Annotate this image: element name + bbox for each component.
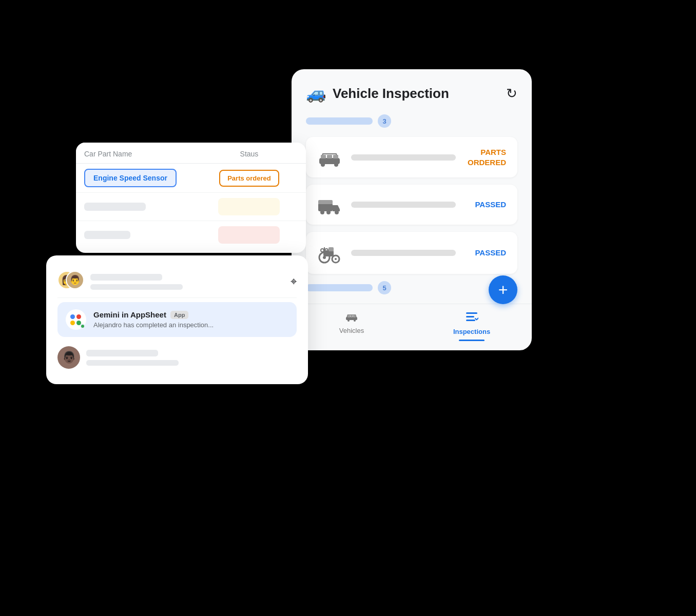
svg-point-14 — [335, 258, 337, 260]
pin-icon: ⌖ — [291, 275, 297, 288]
vi-item-bar-tractor — [351, 250, 456, 256]
vi-progress-bar-top — [306, 117, 373, 125]
notif-line-2a — [90, 284, 183, 290]
svg-point-21 — [354, 320, 356, 322]
svg-rect-26 — [466, 316, 474, 317]
inspections-nav-active-bar — [459, 340, 485, 341]
avatar-2: 👨 — [66, 271, 84, 289]
truck-vehicle-icon — [317, 195, 342, 214]
svg-rect-16 — [328, 247, 334, 251]
svg-rect-5 — [327, 155, 332, 158]
table-row[interactable] — [76, 193, 306, 221]
status-placeholder-pink — [218, 226, 280, 244]
svg-point-7 — [320, 210, 324, 214]
car-parts-table-card: Car Part Name Staus Engine Speed Sensor … — [76, 143, 306, 253]
vi-header-left: 🚙 Vehicle Inspection — [306, 84, 449, 103]
vi-inspection-item-tractor[interactable]: PASSED — [306, 232, 517, 274]
notif-line-2b — [86, 360, 179, 366]
refresh-icon[interactable]: ↻ — [506, 86, 517, 102]
table-cell-name-3 — [84, 231, 201, 239]
notif-line-1b — [86, 350, 158, 356]
notification-card: 👩 👨 ⌖ Gemini in AppSheet App Alejandro h… — [46, 255, 308, 384]
vehicles-nav-label: Vehicles — [339, 327, 364, 334]
vi-item-status-car: PARTSORDERED — [465, 147, 506, 167]
table-header-row: Car Part Name Staus — [76, 143, 306, 164]
vi-header: 🚙 Vehicle Inspection ↻ — [306, 84, 517, 103]
fab-add-button[interactable]: + — [489, 275, 517, 304]
vi-item-status-tractor: PASSED — [465, 248, 506, 258]
svg-rect-4 — [333, 155, 338, 158]
nav-vehicles[interactable]: Vehicles — [292, 311, 412, 341]
vi-progress-row-top: 3 — [306, 114, 517, 128]
inspections-nav-icon — [465, 311, 478, 326]
vi-inspection-item-truck[interactable]: PASSED — [306, 185, 517, 225]
vi-bottom-nav: Vehicles Inspections — [292, 304, 532, 350]
vi-progress-badge-bottom: 5 — [378, 281, 391, 294]
notif-text-group-1 — [90, 274, 297, 290]
table-row[interactable] — [76, 221, 306, 249]
vi-item-bar-car — [351, 154, 456, 161]
vi-progress-row-bottom: 5 — [306, 281, 517, 294]
svg-rect-27 — [466, 320, 475, 321]
col-header-name: Car Part Name — [84, 150, 201, 158]
parts-ordered-chip: Parts ordered — [219, 170, 279, 187]
svg-rect-3 — [321, 155, 326, 158]
svg-rect-10 — [318, 200, 333, 204]
notif-avatars: 👩 👨 — [57, 271, 84, 292]
vi-progress-badge-top: 3 — [378, 114, 391, 128]
vi-title: Vehicle Inspection — [333, 86, 449, 102]
notif-line-1a — [90, 274, 162, 281]
table-row[interactable]: Engine Speed Sensor Parts ordered — [76, 164, 306, 193]
avatar-single: 👨🏿 — [57, 346, 80, 369]
gemini-online-dot — [80, 324, 85, 329]
gemini-name: Gemini in AppSheet — [93, 310, 166, 319]
vi-inspection-item-car[interactable]: PARTSORDERED — [306, 137, 517, 177]
vehicles-nav-icon — [345, 311, 358, 325]
svg-point-1 — [321, 163, 325, 167]
table-cell-status-1: Parts ordered — [201, 170, 298, 187]
svg-point-2 — [334, 163, 338, 167]
engine-sensor-chip: Engine Speed Sensor — [84, 169, 177, 187]
gemini-logo — [66, 309, 86, 330]
gemini-text-group: Gemini in AppSheet App Alejandro has com… — [93, 310, 288, 329]
vi-item-bar-truck — [351, 202, 456, 208]
dot-red — [76, 314, 81, 319]
vi-item-status-truck: PASSED — [465, 200, 506, 210]
notif-row-single[interactable]: 👨🏿 — [57, 341, 297, 374]
dot-blue — [70, 314, 75, 319]
svg-rect-6 — [318, 203, 333, 211]
nav-inspections[interactable]: Inspections — [412, 311, 532, 341]
inspections-nav-label: Inspections — [453, 328, 490, 335]
svg-rect-23 — [353, 315, 356, 317]
car-vehicle-icon — [317, 148, 342, 167]
vehicle-inspection-card: 🚙 Vehicle Inspection ↻ 3 PARTSORDERED — [292, 69, 532, 350]
status-placeholder-yellow — [218, 198, 280, 215]
gemini-logo-dots — [70, 314, 82, 325]
table-cell-name-2 — [84, 203, 201, 211]
tractor-vehicle-icon — [317, 242, 342, 264]
svg-rect-22 — [347, 315, 350, 317]
svg-point-17 — [321, 249, 324, 252]
svg-rect-25 — [466, 312, 477, 314]
gemini-app-badge: App — [170, 311, 188, 319]
car-emoji-icon: 🚙 — [306, 84, 326, 103]
table-cell-name-1: Engine Speed Sensor — [84, 169, 201, 187]
svg-point-20 — [347, 320, 350, 322]
gemini-message: Alejandro has completed an inspection... — [93, 321, 288, 329]
svg-point-9 — [335, 210, 339, 214]
dot-yellow — [70, 321, 75, 325]
vi-progress-bar-bottom — [306, 284, 373, 291]
name-placeholder-2 — [84, 231, 130, 239]
notif-text-group-3 — [86, 350, 297, 366]
svg-point-8 — [326, 210, 331, 214]
notif-row-avatars[interactable]: 👩 👨 ⌖ — [57, 266, 297, 298]
table-cell-status-3 — [201, 226, 298, 244]
col-header-status: Staus — [201, 150, 298, 158]
table-cell-status-2 — [201, 198, 298, 215]
gemini-notification-row[interactable]: Gemini in AppSheet App Alejandro has com… — [57, 302, 297, 337]
name-placeholder-1 — [84, 203, 146, 211]
svg-rect-24 — [351, 315, 353, 317]
gemini-title-row: Gemini in AppSheet App — [93, 310, 288, 319]
